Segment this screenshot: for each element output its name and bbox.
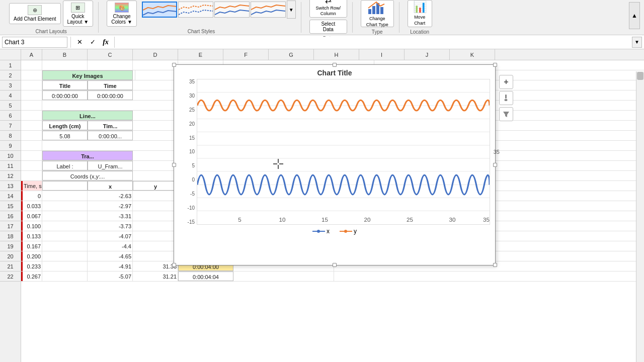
chart-style-3[interactable] (214, 2, 250, 18)
cell-b16[interactable] (42, 211, 88, 221)
name-box[interactable] (2, 37, 67, 48)
cell-a16[interactable]: 0.067 (21, 211, 42, 221)
chart-title[interactable]: Chart Title (174, 65, 495, 79)
cell-c11[interactable]: U_Fram... (88, 161, 133, 170)
chart-handle-e[interactable] (493, 163, 497, 167)
formula-bar-dropdown[interactable]: ▼ (632, 37, 642, 48)
cell-a18[interactable]: 0.133 (21, 231, 42, 241)
chart-filter-button[interactable] (499, 107, 513, 121)
cell-a8[interactable] (21, 131, 42, 140)
cell-a12[interactable] (21, 171, 42, 180)
cell-y-header[interactable]: y (133, 181, 178, 191)
chart-handle-nw[interactable] (172, 63, 176, 67)
vertical-scrollbar[interactable] (636, 71, 644, 362)
cell-a6[interactable] (21, 111, 42, 120)
cell-a20[interactable]: 0.200 (21, 251, 42, 261)
cell-c17[interactable]: -3.73 (88, 221, 133, 231)
col-header-i[interactable]: I (359, 49, 405, 60)
cell-c4[interactable]: 0:00:00:00 (88, 90, 133, 100)
cell-d21[interactable]: 31.38 (133, 261, 178, 271)
chart-handle-w[interactable] (172, 163, 176, 167)
chart-style-2[interactable] (178, 2, 213, 18)
cell-a21[interactable]: 0.233 (21, 261, 42, 271)
chart-handle-ne[interactable] (493, 63, 497, 67)
cell-a4[interactable] (21, 90, 42, 100)
cell-b15[interactable] (42, 201, 88, 211)
cell-c20[interactable]: -4.65 (88, 251, 133, 261)
chart-plot-area[interactable]: 5 10 15 20 25 30 35 35 (197, 79, 490, 225)
cell-e22[interactable]: 0:00:04:04 (178, 272, 233, 281)
cell-b17[interactable] (42, 221, 88, 231)
cell-a9[interactable] (21, 141, 42, 150)
cell-a3[interactable] (21, 80, 42, 90)
chart-handle-s[interactable] (333, 263, 337, 267)
formula-input[interactable] (118, 37, 630, 48)
cell-b1[interactable] (42, 60, 88, 70)
cell-b20[interactable] (42, 251, 88, 261)
cell-a17[interactable]: 0.100 (21, 221, 42, 231)
cell-d22[interactable]: 31.21 (133, 272, 178, 281)
cell-length[interactable]: Length (cm) (42, 121, 88, 130)
cell-c8[interactable]: 0:00:00... (88, 131, 133, 140)
cell-b8[interactable]: 5.08 (42, 131, 88, 140)
chart-add-element-button[interactable]: + (499, 75, 513, 89)
col-header-d[interactable]: D (133, 49, 178, 60)
cell-c22[interactable]: -5.07 (88, 272, 133, 281)
select-data-button[interactable]: SelectData (309, 20, 347, 34)
cell-b14[interactable] (42, 191, 88, 201)
col-header-b[interactable]: B (42, 49, 88, 60)
toolbar-collapse-button[interactable]: ▲ (629, 2, 640, 29)
cell-a15[interactable]: 0.033 (21, 201, 42, 211)
cell-b12[interactable]: Coords (x,y:... (42, 171, 133, 180)
cell-b13[interactable] (42, 181, 88, 191)
col-header-f[interactable]: F (223, 49, 269, 60)
cell-a13[interactable]: Time, s (21, 181, 42, 191)
cell-a19[interactable]: 0.167 (21, 241, 42, 251)
cell-tim[interactable]: Tim... (88, 121, 133, 130)
col-header-k[interactable]: K (450, 49, 495, 60)
cell-b19[interactable] (42, 241, 88, 251)
chart-styles-scroll-btn[interactable]: ▼ (287, 1, 296, 19)
cell-c19[interactable]: -4.4 (88, 241, 133, 251)
cancel-button[interactable]: ✕ (74, 37, 85, 48)
cell-c15[interactable]: -2.97 (88, 201, 133, 211)
chart-handle-sw[interactable] (172, 263, 176, 267)
cell-c14[interactable]: -2.63 (88, 191, 133, 201)
move-chart-button[interactable]: 📊 MoveChart (408, 0, 432, 27)
cell-a7[interactable] (21, 121, 42, 130)
cell-c21[interactable]: -4.91 (88, 261, 133, 271)
col-header-a[interactable]: A (21, 49, 42, 60)
col-header-c[interactable]: C (88, 49, 133, 60)
cell-a11[interactable] (21, 161, 42, 170)
col-header-g[interactable]: G (269, 49, 314, 60)
cell-b4[interactable]: 0:00:00:00 (42, 90, 88, 100)
chart-style-button[interactable] (499, 91, 513, 105)
chart-handle-n[interactable] (333, 63, 337, 67)
cell-time[interactable]: Time (88, 80, 133, 90)
cell-title[interactable]: Title (42, 80, 88, 90)
chart-style-4[interactable] (251, 2, 286, 18)
cell-a10[interactable] (21, 151, 42, 160)
cell-c18[interactable]: -4.07 (88, 231, 133, 241)
cell-line-header[interactable]: Line... (42, 111, 133, 120)
cell-key-images[interactable]: Key Images (42, 70, 133, 80)
col-header-h[interactable]: H (314, 49, 359, 60)
switch-row-column-button[interactable]: ⇄ Switch Row/Column (309, 0, 347, 18)
cell-a1[interactable] (21, 60, 42, 70)
fx-button[interactable]: fx (100, 37, 111, 48)
cell-a22[interactable]: 0.267 (21, 272, 42, 281)
cell-b18[interactable] (42, 231, 88, 241)
cell-b22[interactable] (42, 272, 88, 281)
add-chart-element-button[interactable]: ⊕ Add Chart Element (9, 3, 61, 24)
col-header-j[interactable]: J (405, 49, 450, 60)
col-header-e[interactable]: E (178, 49, 223, 60)
chart-style-1[interactable] (142, 2, 177, 18)
quick-layout-button[interactable]: ⊞ QuickLayout ▼ (63, 1, 94, 27)
cell-b21[interactable] (42, 261, 88, 271)
cell-a5[interactable] (21, 101, 42, 110)
cell-c16[interactable]: -3.31 (88, 211, 133, 221)
cell-rest-22[interactable] (233, 272, 334, 281)
cell-x-header[interactable]: x (88, 181, 133, 191)
change-chart-type-button[interactable]: ChangeChart Type (361, 0, 394, 27)
cell-a2[interactable] (21, 70, 42, 80)
